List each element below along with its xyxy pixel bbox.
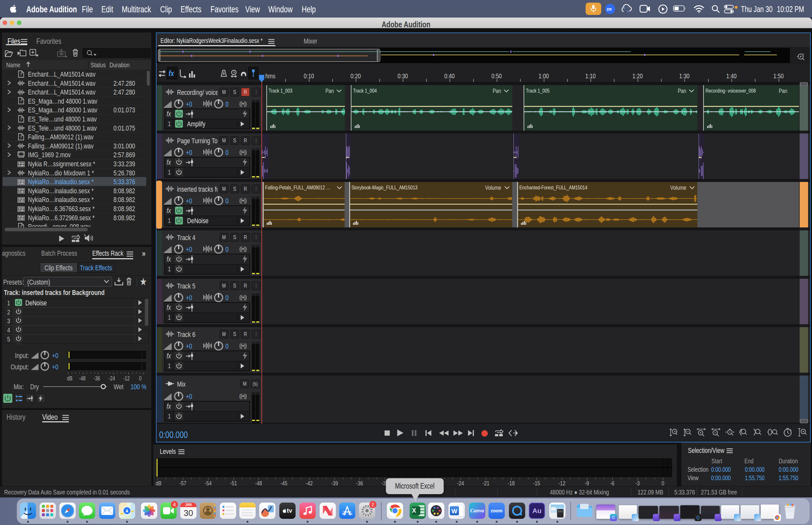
svg-text:?: ? <box>20 135 22 140</box>
svg-text:?: ? <box>20 73 22 77</box>
svg-text:?: ? <box>20 99 22 104</box>
svg-text:?: ? <box>20 117 22 122</box>
